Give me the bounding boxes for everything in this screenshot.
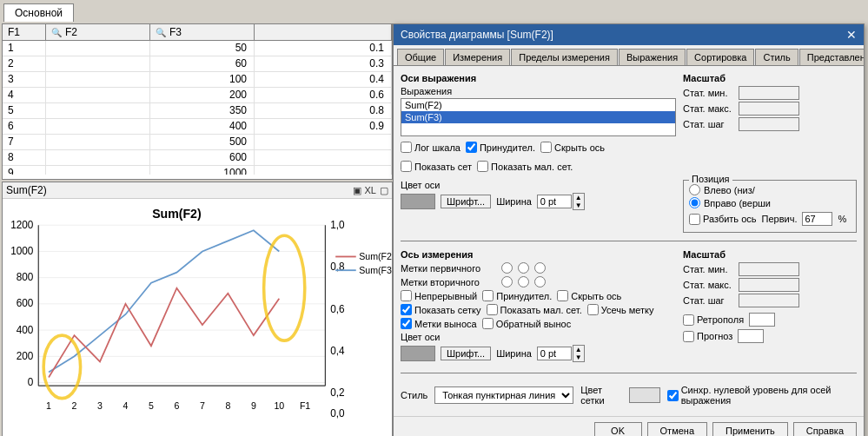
- reverse-checkbox[interactable]: [482, 318, 494, 329]
- ptick-radio1[interactable]: [501, 262, 513, 274]
- apply-button[interactable]: Применить: [712, 422, 788, 436]
- col-header-last: [255, 24, 392, 40]
- forced2-check[interactable]: Принудител.: [482, 290, 552, 301]
- trim-check[interactable]: Усечь метку: [587, 304, 654, 315]
- chart-ctrl-2[interactable]: ▢: [380, 185, 388, 196]
- labels-check[interactable]: Метки выноса: [401, 318, 477, 329]
- forced2-checkbox[interactable]: [482, 290, 494, 301]
- reverse-check[interactable]: Обратный вынос: [482, 318, 572, 329]
- ptick-radio2[interactable]: [518, 262, 529, 274]
- dialog-tab-общие[interactable]: Общие: [397, 49, 444, 65]
- trim-checkbox[interactable]: [587, 304, 599, 315]
- spin-up-btn[interactable]: ▲: [573, 194, 584, 201]
- axes-section-label: Оси выражения: [401, 73, 676, 83]
- forecast-checkbox[interactable]: [683, 331, 694, 342]
- ptick-radio3[interactable]: [534, 262, 546, 274]
- forecast-check[interactable]: Прогноз: [683, 331, 732, 342]
- expr-sum-f2[interactable]: Sum(F2): [401, 99, 675, 111]
- chart-ctrl-1[interactable]: ▣: [353, 185, 361, 196]
- sync-check[interactable]: Синхр. нулевой уровень для осей выражени…: [667, 385, 857, 406]
- retro-check[interactable]: Ретрополя: [683, 314, 744, 326]
- width-input[interactable]: [537, 195, 572, 208]
- position-label: Позиция: [689, 174, 732, 184]
- td-f3: 500: [150, 135, 255, 149]
- sync-checkbox[interactable]: [667, 390, 679, 401]
- forced-check[interactable]: Принудител.: [466, 142, 535, 153]
- spin2-down-btn[interactable]: ▼: [573, 353, 584, 361]
- forced-checkbox[interactable]: [466, 142, 477, 153]
- help-button[interactable]: Справка: [793, 422, 857, 436]
- log-scale-checkbox[interactable]: [401, 142, 412, 153]
- left-radio-label[interactable]: Влево (низ/: [689, 184, 851, 195]
- show-grid-check[interactable]: Показать сет: [401, 161, 472, 172]
- right-radio-label[interactable]: Вправо (верши: [689, 197, 851, 208]
- stick-radio2[interactable]: [518, 276, 529, 287]
- log-scale-check[interactable]: Лог шкала: [401, 142, 461, 153]
- font2-button[interactable]: Шрифт...: [441, 347, 491, 360]
- left-radio[interactable]: [689, 184, 700, 195]
- axis-color-button[interactable]: [401, 194, 435, 209]
- style-label: Стиль: [401, 390, 427, 400]
- split-axis-check[interactable]: Разбить ось: [689, 214, 757, 225]
- dialog-close-button[interactable]: ✕: [846, 28, 857, 42]
- style-select[interactable]: Тонкая пунктирная линия: [434, 386, 573, 404]
- hide-axis-check[interactable]: Скрыть ось: [540, 142, 605, 153]
- show-minor2-check[interactable]: Показать мал. сет.: [487, 304, 582, 315]
- td-f4: 0.4: [255, 72, 392, 87]
- ok-button[interactable]: OK: [594, 422, 642, 436]
- grid-color-swatch[interactable]: [629, 387, 659, 403]
- retro-forecast-row: Ретрополя: [683, 313, 857, 327]
- svg-text:0: 0: [28, 376, 34, 388]
- dialog-tab-выражения[interactable]: Выражения: [619, 49, 686, 65]
- hide-axis-checkbox[interactable]: [540, 142, 552, 153]
- retro-checkbox[interactable]: [683, 314, 694, 326]
- hide-axis2-check[interactable]: Скрыть ось: [557, 290, 621, 301]
- stick-radio1[interactable]: [501, 276, 513, 287]
- chart-ctrl-xl[interactable]: XL: [365, 185, 376, 196]
- expressions-listbox[interactable]: Sum(F2) Sum(F3): [401, 98, 676, 136]
- primary-input[interactable]: [802, 212, 832, 226]
- show-minor-checkbox[interactable]: [477, 161, 488, 172]
- right-radio[interactable]: [689, 197, 700, 208]
- main-window: Основной F1 🔍 F2 🔍 F3 1: [0, 0, 868, 436]
- dialog-tab-сортировка[interactable]: Сортировка: [686, 49, 754, 65]
- svg-text:0,0: 0,0: [330, 407, 345, 419]
- spin2-up-btn[interactable]: ▲: [573, 346, 584, 353]
- stick-radio3[interactable]: [534, 276, 546, 287]
- retro-input[interactable]: [749, 313, 775, 327]
- show-minor2-checkbox[interactable]: [487, 304, 498, 315]
- search-icon-f3[interactable]: 🔍: [156, 28, 166, 37]
- dialog-tab-измерения[interactable]: Измерения: [445, 49, 510, 65]
- stat-step-input[interactable]: [739, 117, 799, 131]
- spin-down-btn[interactable]: ▼: [573, 201, 584, 209]
- dialog-tabs: ОбщиеИзмеренияПределы измеренияВыражения…: [394, 45, 864, 66]
- labels-checkbox[interactable]: [401, 318, 412, 329]
- stat2-min-input[interactable]: [739, 262, 799, 276]
- stat-min-input[interactable]: [739, 86, 799, 100]
- hide-axis2-checkbox[interactable]: [557, 290, 568, 301]
- show-grid2-check[interactable]: Показать сетку: [401, 304, 481, 315]
- forecast-input[interactable]: [738, 329, 764, 343]
- continuous-checkbox[interactable]: [401, 290, 412, 301]
- axis2-color-button[interactable]: [401, 346, 435, 361]
- chart-panel-title: Sum(F2): [6, 184, 47, 196]
- tab-basic[interactable]: Основной: [3, 3, 74, 22]
- continuous-check[interactable]: Непрерывный: [401, 290, 477, 301]
- show-grid-checkbox[interactable]: [401, 161, 412, 172]
- dialog-tab-представление[interactable]: Представление: [799, 49, 864, 65]
- show-minor-check[interactable]: Показать мал. сет.: [477, 161, 573, 172]
- cancel-button[interactable]: Отмена: [647, 422, 707, 436]
- width2-input[interactable]: [537, 347, 572, 360]
- dialog-tab-пределы измерения[interactable]: Пределы измерения: [511, 49, 618, 65]
- stat2-max-input[interactable]: [739, 278, 799, 292]
- font-button[interactable]: Шрифт...: [441, 195, 491, 208]
- stat2-min-row: Стат. мин.: [683, 262, 857, 276]
- stat-max-input[interactable]: [739, 102, 799, 116]
- table-row: 8 600: [3, 150, 392, 166]
- show-grid2-checkbox[interactable]: [401, 304, 412, 315]
- search-icon-f2[interactable]: 🔍: [51, 28, 62, 37]
- expr-sum-f3[interactable]: Sum(F3): [401, 111, 675, 123]
- dialog-tab-стиль[interactable]: Стиль: [755, 49, 798, 65]
- split-axis-checkbox[interactable]: [689, 214, 700, 225]
- stat2-step-input[interactable]: [739, 294, 799, 307]
